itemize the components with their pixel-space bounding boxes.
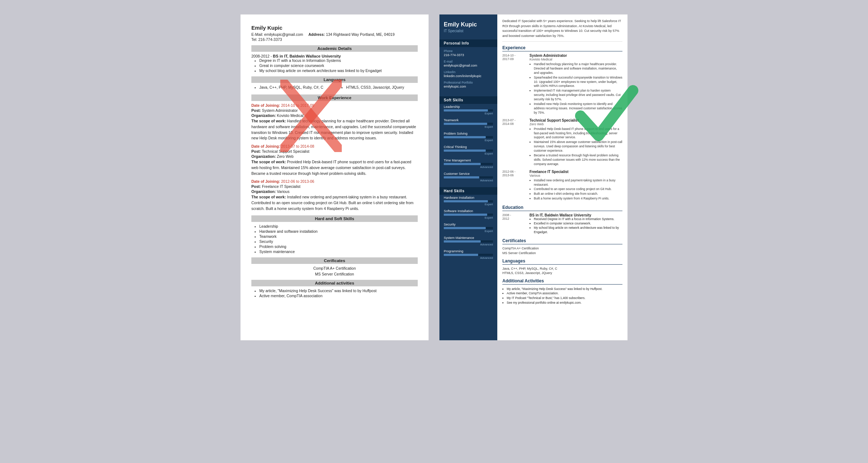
hard-skill-item: Software Installation Expert bbox=[439, 208, 497, 222]
personal-info-block: Phone 216-774-3373 E-mail emilykupic@gma… bbox=[439, 47, 497, 93]
experience-container: 2014-10 - 2017-09 System Administrator K… bbox=[502, 54, 622, 201]
main-content: Dedicated IT Specialist with 5+ years ex… bbox=[497, 14, 627, 340]
hard-skill-item: Hardware Installation Expert bbox=[439, 195, 497, 208]
hard-skills-list: Hardware Installation Expert Software In… bbox=[439, 195, 497, 262]
edu-dates: 2008 - 2012 bbox=[502, 213, 526, 235]
certs-section-title: Certificates bbox=[502, 238, 622, 244]
education-entry: 2008-2012 - BS in IT, Baldwin Wallace Un… bbox=[251, 54, 418, 73]
experience-entry: 2014-10 - 2017-09 System Administrator K… bbox=[502, 54, 622, 115]
email-item: E-mail emilykupic@gmail.com bbox=[444, 60, 493, 67]
soft-skill-item: Leadership Expert bbox=[439, 104, 497, 117]
work-header: Work Experience bbox=[251, 94, 418, 101]
edu-right: BS in IT, Baldwin Wallace University Rec… bbox=[529, 213, 622, 235]
hard-skill-item: System Maintenance Advanced bbox=[439, 235, 497, 248]
education-section-title: Education bbox=[502, 205, 622, 211]
experience-entry: 2012-06 - 2013-06 Freelance IT Specialis… bbox=[502, 170, 622, 201]
hard-skill-item: Programming Advanced bbox=[439, 248, 497, 262]
experience-section-title: Experience bbox=[502, 45, 622, 51]
sidebar: Emily Kupic IT Specialist Personal Info … bbox=[439, 14, 497, 340]
personal-info-label: Personal Info bbox=[439, 39, 497, 47]
activities-header: Additional activities bbox=[251, 280, 418, 286]
portfolio-item: Professional Portfolio emilykupic.com bbox=[444, 81, 493, 88]
left-tel-line: Tel: 216-774-3373 bbox=[251, 37, 418, 42]
soft-skill-item: Time Management Advanced bbox=[439, 157, 497, 171]
soft-skill-item: Customer Service Advanced bbox=[439, 171, 497, 184]
sidebar-name: Emily Kupic bbox=[444, 21, 493, 28]
education-bullets: Degree in IT with a focus in Information… bbox=[259, 58, 418, 73]
soft-skill-item: Critical Thinking Expert bbox=[439, 144, 497, 157]
cert-2: MS Server Certification bbox=[251, 272, 418, 276]
skills-header: Hard and Soft Skills bbox=[251, 215, 418, 222]
phone-item: Phone 216-774-3373 bbox=[444, 49, 493, 57]
soft-skill-item: Problem Solving Expert bbox=[439, 131, 497, 144]
work-entry-1: Date of Joining: 2014-10 to 2017-09 Post… bbox=[251, 103, 418, 141]
work-entry-2: Date of Joining: 2013-07 to 2014-08 Post… bbox=[251, 144, 418, 176]
linkedin-item: LinkedIn linkedin.com/in/emilykupic bbox=[444, 70, 493, 78]
languages-container: Java, C++, PHP, MySQL, Ruby, C#, CHTML5,… bbox=[502, 267, 622, 275]
hard-skill-item: Security Expert bbox=[439, 222, 497, 235]
education-entry: 2008 - 2012 BS in IT, Baldwin Wallace Un… bbox=[502, 213, 622, 235]
languages-section: Java, C++, PHP, MySQL, Ruby, C#, C HTML5… bbox=[251, 85, 418, 91]
edu-degree: BS in IT, Baldwin Wallace University bbox=[529, 213, 622, 217]
activities-list: My article, "Maximizing Help Desk Succes… bbox=[259, 289, 418, 298]
hard-skills-label: Hard Skills bbox=[439, 187, 497, 195]
certs-list: CompTIA A+ CertificationMS Server Certif… bbox=[502, 247, 622, 255]
certs-header: Cerificates bbox=[251, 257, 418, 264]
soft-skills-list: Leadership Expert Teamwork Expert Proble… bbox=[439, 104, 497, 184]
work-entry-3: Date of Joining: 2012-06 to 2013-06 Post… bbox=[251, 179, 418, 211]
soft-skill-item: Teamwork Expert bbox=[439, 117, 497, 131]
right-resume: Emily Kupic IT Specialist Personal Info … bbox=[439, 14, 627, 340]
activities-section-title: Additional Activities bbox=[502, 278, 622, 285]
experience-entry: 2013-07 - 2014-08 Technical Support Spec… bbox=[502, 118, 622, 167]
left-resume: Emily Kupic E-Mail: emilykupic@gmail.com… bbox=[241, 14, 429, 340]
academic-header: Academic Details bbox=[251, 45, 418, 52]
cert-1: CompTIA A+ Certification bbox=[251, 266, 418, 270]
summary: Dedicated IT Specialist with 5+ years ex… bbox=[502, 19, 622, 42]
languages-header: Languages bbox=[251, 76, 418, 83]
languages-section-title: Languages bbox=[502, 258, 622, 265]
sidebar-title: IT Specialist bbox=[444, 29, 493, 33]
left-email-line: E-Mail: emilykupic@gmail.com Address: 13… bbox=[251, 32, 418, 37]
soft-skills-label: Soft Skills bbox=[439, 96, 497, 104]
left-name: Emily Kupic bbox=[251, 25, 418, 31]
skills-list: Leadership Hardware and software install… bbox=[259, 224, 418, 254]
sidebar-header: Emily Kupic IT Specialist bbox=[439, 14, 497, 37]
activities-container: My article, "Maximizing Help Desk Succes… bbox=[502, 287, 622, 305]
edu-bullets: Received Degree in IT with a focus in In… bbox=[534, 217, 622, 235]
